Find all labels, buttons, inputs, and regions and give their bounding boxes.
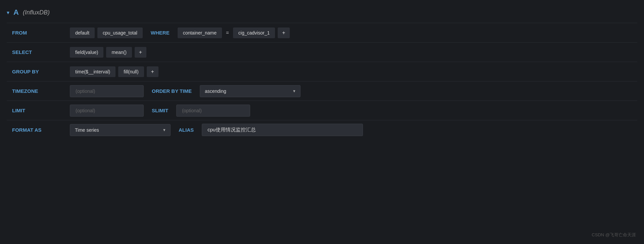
alias-input[interactable] <box>202 124 363 136</box>
group-by-fill-btn[interactable]: fill(null) <box>118 66 144 77</box>
select-func-btn[interactable]: mean() <box>106 47 132 58</box>
format-as-chevron-icon: ▾ <box>163 127 166 132</box>
order-by-time-chevron-icon: ▾ <box>293 88 295 94</box>
timezone-input[interactable] <box>70 85 144 97</box>
select-row: SELECT field(value) mean() + <box>7 42 637 62</box>
limit-label: LIMIT <box>7 104 67 117</box>
from-label: FROM <box>7 26 67 39</box>
query-letter: A <box>13 8 19 17</box>
slimit-label: SLIMIT <box>146 104 174 117</box>
group-by-add-btn[interactable]: + <box>147 66 158 77</box>
select-label: SELECT <box>7 46 67 58</box>
slimit-input[interactable] <box>176 105 250 117</box>
format-as-value: Time series <box>75 127 99 133</box>
format-as-row: FORMAT AS Time series ▾ ALIAS <box>7 120 637 139</box>
where-add-btn[interactable]: + <box>278 27 289 38</box>
select-add-btn[interactable]: + <box>135 47 146 58</box>
order-by-time-label: ORDER BY TIME <box>146 85 197 97</box>
equals-sign: = <box>225 30 230 36</box>
where-value-btn[interactable]: cig_cadvisor_1 <box>233 27 275 38</box>
from-database-btn[interactable]: default <box>70 27 95 38</box>
where-field-btn[interactable]: container_name <box>178 27 222 38</box>
group-by-time-btn[interactable]: time($__interval) <box>70 66 116 77</box>
where-label: WHERE <box>145 26 175 39</box>
header-row: ▾ A (InfluxDB) <box>7 3 637 23</box>
order-by-time-dropdown[interactable]: ascending ▾ <box>200 85 301 97</box>
timezone-row: TIMEZONE ORDER BY TIME ascending ▾ <box>7 81 637 101</box>
query-source: (InfluxDB) <box>23 9 50 16</box>
group-by-row: GROUP BY time($__interval) fill(null) + <box>7 62 637 81</box>
limit-input[interactable] <box>70 105 144 117</box>
format-as-dropdown[interactable]: Time series ▾ <box>70 124 171 136</box>
alias-label: ALIAS <box>173 124 199 136</box>
group-by-label: GROUP BY <box>7 65 67 78</box>
format-as-label: FORMAT AS <box>7 124 67 136</box>
from-row: FROM default cpu_usage_total WHERE conta… <box>7 23 637 42</box>
timezone-label: TIMEZONE <box>7 85 67 97</box>
order-by-time-value: ascending <box>205 88 226 94</box>
limit-row: LIMIT SLIMIT <box>7 101 637 120</box>
from-measurement-btn[interactable]: cpu_usage_total <box>97 27 143 38</box>
select-field-btn[interactable]: field(value) <box>70 47 103 58</box>
watermark: CSDN @飞哥亡命天涯 <box>592 232 636 238</box>
query-builder: ▾ A (InfluxDB) FROM default cpu_usage_to… <box>0 0 644 244</box>
collapse-icon[interactable]: ▾ <box>7 9 9 16</box>
